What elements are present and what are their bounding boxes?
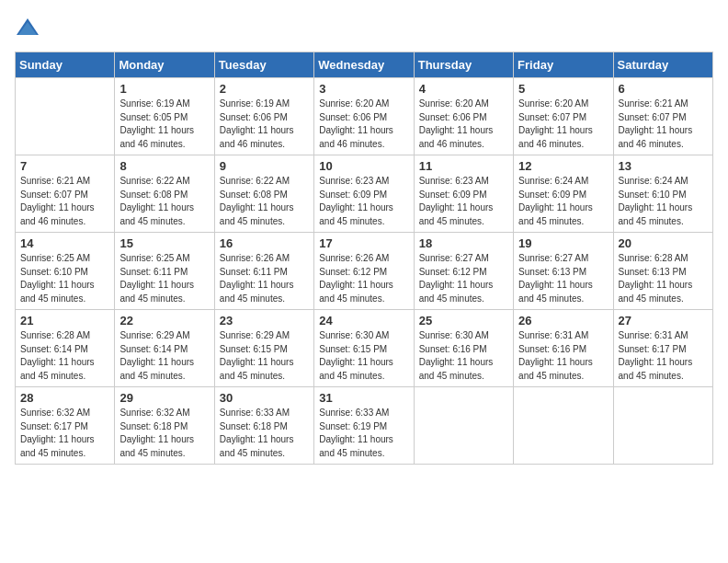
day-info: Sunrise: 6:27 AM Sunset: 6:13 PM Dayligh… [518,252,608,305]
weekday-header-tuesday: Tuesday [214,52,313,78]
day-info: Sunrise: 6:26 AM Sunset: 6:11 PM Dayligh… [220,252,309,305]
day-number: 5 [518,82,608,96]
calendar-cell: 16Sunrise: 6:26 AM Sunset: 6:11 PM Dayli… [214,233,313,310]
day-number: 17 [319,236,408,250]
calendar-cell: 20Sunrise: 6:28 AM Sunset: 6:13 PM Dayli… [613,233,712,310]
calendar-cell: 10Sunrise: 6:23 AM Sunset: 6:09 PM Dayli… [314,155,414,233]
weekday-header-row: SundayMondayTuesdayWednesdayThursdayFrid… [16,52,713,78]
calendar-week-row: 14Sunrise: 6:25 AM Sunset: 6:10 PM Dayli… [16,233,713,310]
day-info: Sunrise: 6:29 AM Sunset: 6:14 PM Dayligh… [119,329,209,383]
day-number: 29 [119,391,209,405]
day-info: Sunrise: 6:28 AM Sunset: 6:14 PM Dayligh… [20,329,109,383]
calendar-cell: 2Sunrise: 6:19 AM Sunset: 6:06 PM Daylig… [214,78,313,155]
calendar-cell: 6Sunrise: 6:21 AM Sunset: 6:07 PM Daylig… [613,78,712,155]
day-info: Sunrise: 6:22 AM Sunset: 6:08 PM Dayligh… [220,175,309,228]
day-number: 12 [518,159,608,173]
calendar-cell: 31Sunrise: 6:33 AM Sunset: 6:19 PM Dayli… [314,387,414,465]
calendar-cell [514,387,613,465]
day-info: Sunrise: 6:28 AM Sunset: 6:13 PM Dayligh… [619,252,708,305]
day-number: 11 [419,159,508,173]
logo [15,15,44,40]
calendar-table: SundayMondayTuesdayWednesdayThursdayFrid… [15,52,713,465]
day-info: Sunrise: 6:33 AM Sunset: 6:19 PM Dayligh… [319,407,408,460]
page-header [15,15,713,40]
day-info: Sunrise: 6:23 AM Sunset: 6:09 PM Dayligh… [419,175,508,228]
calendar-cell: 9Sunrise: 6:22 AM Sunset: 6:08 PM Daylig… [214,155,313,233]
calendar-cell: 3Sunrise: 6:20 AM Sunset: 6:06 PM Daylig… [314,78,414,155]
day-number: 24 [319,314,408,327]
calendar-cell: 22Sunrise: 6:29 AM Sunset: 6:14 PM Dayli… [115,310,214,387]
calendar-cell: 7Sunrise: 6:21 AM Sunset: 6:07 PM Daylig… [16,155,115,233]
day-info: Sunrise: 6:23 AM Sunset: 6:09 PM Dayligh… [319,175,408,228]
calendar-cell: 4Sunrise: 6:20 AM Sunset: 6:06 PM Daylig… [414,78,513,155]
calendar-cell: 21Sunrise: 6:28 AM Sunset: 6:14 PM Dayli… [16,310,115,387]
day-info: Sunrise: 6:30 AM Sunset: 6:16 PM Dayligh… [419,329,508,383]
weekday-header-saturday: Saturday [613,52,712,78]
day-info: Sunrise: 6:24 AM Sunset: 6:09 PM Dayligh… [518,175,608,228]
day-number: 27 [619,314,708,327]
calendar-cell: 11Sunrise: 6:23 AM Sunset: 6:09 PM Dayli… [414,155,513,233]
day-info: Sunrise: 6:33 AM Sunset: 6:18 PM Dayligh… [220,407,309,460]
day-number: 20 [619,236,708,250]
day-number: 30 [220,391,309,405]
day-info: Sunrise: 6:20 AM Sunset: 6:06 PM Dayligh… [319,98,408,151]
calendar-cell: 23Sunrise: 6:29 AM Sunset: 6:15 PM Dayli… [214,310,313,387]
day-info: Sunrise: 6:24 AM Sunset: 6:10 PM Dayligh… [619,175,708,228]
calendar-cell: 18Sunrise: 6:27 AM Sunset: 6:12 PM Dayli… [414,233,513,310]
calendar-week-row: 7Sunrise: 6:21 AM Sunset: 6:07 PM Daylig… [16,155,713,233]
calendar-week-row: 28Sunrise: 6:32 AM Sunset: 6:17 PM Dayli… [16,387,713,465]
day-number: 7 [20,159,109,173]
day-info: Sunrise: 6:20 AM Sunset: 6:06 PM Dayligh… [419,98,508,151]
calendar-cell: 15Sunrise: 6:25 AM Sunset: 6:11 PM Dayli… [115,233,214,310]
weekday-header-monday: Monday [115,52,214,78]
day-number: 1 [119,82,209,96]
day-number: 2 [220,82,309,96]
calendar-cell: 19Sunrise: 6:27 AM Sunset: 6:13 PM Dayli… [514,233,613,310]
day-number: 9 [220,159,309,173]
day-info: Sunrise: 6:25 AM Sunset: 6:10 PM Dayligh… [20,252,109,305]
day-info: Sunrise: 6:21 AM Sunset: 6:07 PM Dayligh… [619,98,708,151]
day-info: Sunrise: 6:20 AM Sunset: 6:07 PM Dayligh… [518,98,608,151]
day-number: 6 [619,82,708,96]
day-info: Sunrise: 6:32 AM Sunset: 6:17 PM Dayligh… [20,407,109,460]
day-info: Sunrise: 6:31 AM Sunset: 6:16 PM Dayligh… [518,329,608,383]
day-info: Sunrise: 6:30 AM Sunset: 6:15 PM Dayligh… [319,329,408,383]
calendar-cell: 29Sunrise: 6:32 AM Sunset: 6:18 PM Dayli… [115,387,214,465]
calendar-cell: 8Sunrise: 6:22 AM Sunset: 6:08 PM Daylig… [115,155,214,233]
day-info: Sunrise: 6:26 AM Sunset: 6:12 PM Dayligh… [319,252,408,305]
day-info: Sunrise: 6:19 AM Sunset: 6:06 PM Dayligh… [220,98,309,151]
calendar-cell [414,387,513,465]
logo-icon [15,15,40,40]
day-number: 10 [319,159,408,173]
weekday-header-wednesday: Wednesday [314,52,414,78]
calendar-week-row: 1Sunrise: 6:19 AM Sunset: 6:05 PM Daylig… [16,78,713,155]
day-info: Sunrise: 6:27 AM Sunset: 6:12 PM Dayligh… [419,252,508,305]
calendar-cell: 13Sunrise: 6:24 AM Sunset: 6:10 PM Dayli… [613,155,712,233]
day-info: Sunrise: 6:32 AM Sunset: 6:18 PM Dayligh… [119,407,209,460]
calendar-cell: 14Sunrise: 6:25 AM Sunset: 6:10 PM Dayli… [16,233,115,310]
calendar-week-row: 21Sunrise: 6:28 AM Sunset: 6:14 PM Dayli… [16,310,713,387]
calendar-cell: 5Sunrise: 6:20 AM Sunset: 6:07 PM Daylig… [514,78,613,155]
day-info: Sunrise: 6:25 AM Sunset: 6:11 PM Dayligh… [119,252,209,305]
day-number: 21 [20,314,109,327]
day-number: 25 [419,314,508,327]
calendar-cell: 28Sunrise: 6:32 AM Sunset: 6:17 PM Dayli… [16,387,115,465]
calendar-cell: 27Sunrise: 6:31 AM Sunset: 6:17 PM Dayli… [613,310,712,387]
day-info: Sunrise: 6:29 AM Sunset: 6:15 PM Dayligh… [220,329,309,383]
calendar-cell: 1Sunrise: 6:19 AM Sunset: 6:05 PM Daylig… [115,78,214,155]
calendar-cell: 24Sunrise: 6:30 AM Sunset: 6:15 PM Dayli… [314,310,414,387]
day-info: Sunrise: 6:21 AM Sunset: 6:07 PM Dayligh… [20,175,109,228]
day-info: Sunrise: 6:19 AM Sunset: 6:05 PM Dayligh… [119,98,209,151]
day-number: 31 [319,391,408,405]
day-number: 28 [20,391,109,405]
day-number: 19 [518,236,608,250]
day-number: 8 [119,159,209,173]
day-number: 18 [419,236,508,250]
day-info: Sunrise: 6:22 AM Sunset: 6:08 PM Dayligh… [119,175,209,228]
day-info: Sunrise: 6:31 AM Sunset: 6:17 PM Dayligh… [619,329,708,383]
calendar-cell: 25Sunrise: 6:30 AM Sunset: 6:16 PM Dayli… [414,310,513,387]
day-number: 26 [518,314,608,327]
day-number: 22 [119,314,209,327]
calendar-cell: 17Sunrise: 6:26 AM Sunset: 6:12 PM Dayli… [314,233,414,310]
day-number: 4 [419,82,508,96]
